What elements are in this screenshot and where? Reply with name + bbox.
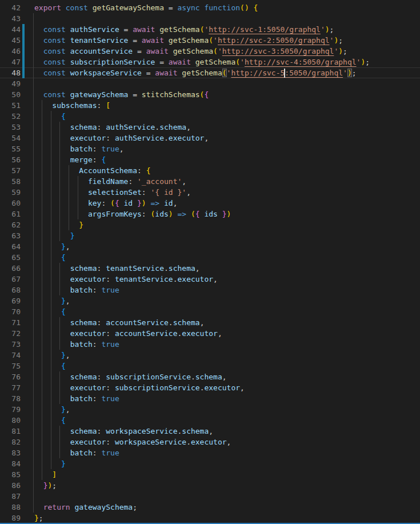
code-line[interactable]: 50 const gatewaySchema = stitchSchemas({ — [0, 89, 420, 100]
line-number[interactable]: 84 — [0, 458, 21, 469]
line-number[interactable]: 65 — [0, 252, 21, 263]
line-number[interactable]: 58 — [0, 176, 21, 187]
code-line[interactable]: 48 const workspaceService = await getSch… — [0, 67, 420, 78]
code-line[interactable]: 49 — [0, 78, 420, 89]
line-number[interactable]: 79 — [0, 404, 21, 415]
line-number[interactable]: 63 — [0, 230, 21, 241]
code-line[interactable]: 85 ] — [0, 469, 420, 480]
code-line[interactable]: 53 schema: authService.schema, — [0, 122, 420, 133]
line-number[interactable]: 44 — [0, 24, 21, 35]
code-line[interactable]: 66 schema: tenantService.schema, — [0, 263, 420, 274]
code-line[interactable]: 55 batch: true, — [0, 143, 420, 154]
line-number[interactable]: 54 — [0, 133, 21, 143]
code-line[interactable]: 62 } — [0, 219, 420, 230]
code-line[interactable]: 84 } — [0, 458, 420, 469]
code-line[interactable]: 78 batch: true — [0, 393, 420, 404]
code-line[interactable]: 87 — [0, 491, 420, 502]
line-number[interactable]: 62 — [0, 219, 21, 230]
code-line[interactable]: 71 schema: accountService.schema, — [0, 317, 420, 328]
code-line[interactable]: 72 executor: accountService.executor, — [0, 328, 420, 339]
code-line[interactable]: 42export const getGatewaySchema = async … — [0, 2, 420, 13]
line-number[interactable]: 88 — [0, 502, 21, 513]
line-number[interactable]: 76 — [0, 371, 21, 382]
code-line[interactable]: 77 executor: subscriptionService.executo… — [0, 382, 420, 393]
code-line[interactable]: 83 batch: true — [0, 447, 420, 458]
code-line[interactable]: 70 { — [0, 306, 420, 317]
code-line[interactable]: 65 { — [0, 252, 420, 263]
code-editor[interactable]: 42export const getGatewaySchema = async … — [0, 0, 420, 524]
line-number[interactable]: 43 — [0, 13, 21, 24]
line-number[interactable]: 66 — [0, 263, 21, 274]
line-number[interactable]: 82 — [0, 437, 21, 447]
line-number[interactable]: 59 — [0, 187, 21, 198]
line-number[interactable]: 87 — [0, 491, 21, 502]
line-number[interactable]: 64 — [0, 241, 21, 252]
line-number[interactable]: 73 — [0, 339, 21, 350]
line-number[interactable]: 51 — [0, 100, 21, 111]
line-number[interactable]: 86 — [0, 480, 21, 491]
line-number[interactable]: 85 — [0, 469, 21, 480]
code-line[interactable]: 63 } — [0, 230, 420, 241]
code-line[interactable]: 60 key: ({ id }) => id, — [0, 198, 420, 209]
code-line[interactable]: 46 const accountService = await getSchem… — [0, 46, 420, 57]
line-number[interactable]: 71 — [0, 317, 21, 328]
code-line[interactable]: 89}; — [0, 513, 420, 523]
line-number[interactable]: 78 — [0, 393, 21, 404]
code-text: batch: true — [34, 285, 420, 295]
code-line[interactable]: 54 executor: authService.executor, — [0, 133, 420, 143]
code-line[interactable]: 59 selectionSet: '{ id }', — [0, 187, 420, 198]
line-number[interactable]: 74 — [0, 350, 21, 361]
code-line[interactable]: 74 }, — [0, 350, 420, 361]
line-number[interactable]: 83 — [0, 447, 21, 458]
line-number[interactable]: 55 — [0, 143, 21, 154]
code-line[interactable]: 43 — [0, 13, 420, 24]
line-number[interactable]: 42 — [0, 2, 21, 13]
line-number[interactable]: 46 — [0, 46, 21, 57]
line-number[interactable]: 52 — [0, 111, 21, 122]
code-line[interactable]: 73 batch: true — [0, 339, 420, 350]
code-line[interactable]: 81 schema: workspaceService.schema, — [0, 426, 420, 437]
line-number[interactable]: 75 — [0, 361, 21, 371]
code-line[interactable]: 80 { — [0, 415, 420, 426]
line-number[interactable]: 68 — [0, 285, 21, 295]
line-number[interactable]: 47 — [0, 57, 21, 67]
line-number[interactable]: 81 — [0, 426, 21, 437]
code-line[interactable]: 45 const tenantService = await getSchema… — [0, 35, 420, 46]
line-number[interactable]: 56 — [0, 154, 21, 165]
code-line[interactable]: 69 }, — [0, 295, 420, 306]
code-line[interactable]: 57 AccountSchema: { — [0, 165, 420, 176]
line-number[interactable]: 48 — [0, 67, 21, 78]
code-line[interactable]: 52 { — [0, 111, 420, 122]
line-number[interactable]: 77 — [0, 382, 21, 393]
line-number[interactable]: 57 — [0, 165, 21, 176]
line-number[interactable]: 89 — [0, 513, 21, 523]
line-number[interactable]: 60 — [0, 198, 21, 209]
code-line[interactable]: 76 schema: subscriptionService.schema, — [0, 371, 420, 382]
line-number[interactable]: 69 — [0, 295, 21, 306]
code-line[interactable]: 47 const subscriptionService = await get… — [0, 57, 420, 67]
code-area[interactable]: 42export const getGatewaySchema = async … — [0, 2, 420, 523]
code-line[interactable]: 58 fieldName: '_account', — [0, 176, 420, 187]
code-line[interactable]: 86 }); — [0, 480, 420, 491]
line-number[interactable]: 45 — [0, 35, 21, 46]
code-line[interactable]: 79 }, — [0, 404, 420, 415]
code-line[interactable]: 88 return gatewaySchema; — [0, 502, 420, 513]
line-number[interactable]: 80 — [0, 415, 21, 426]
line-number[interactable]: 61 — [0, 209, 21, 219]
code-line[interactable]: 67 executor: tenantService.executor, — [0, 274, 420, 285]
code-line[interactable]: 82 executor: workspaceService.executor, — [0, 437, 420, 447]
code-line[interactable]: 61 argsFromKeys: (ids) => ({ ids }) — [0, 209, 420, 219]
line-number[interactable]: 70 — [0, 306, 21, 317]
code-line[interactable]: 68 batch: true — [0, 285, 420, 295]
code-line[interactable]: 56 merge: { — [0, 154, 420, 165]
line-number[interactable]: 49 — [0, 78, 21, 89]
code-line[interactable]: 75 { — [0, 361, 420, 371]
indent-guide — [51, 241, 51, 252]
line-number[interactable]: 53 — [0, 122, 21, 133]
line-number[interactable]: 72 — [0, 328, 21, 339]
code-line[interactable]: 64 }, — [0, 241, 420, 252]
code-line[interactable]: 51 subschemas: [ — [0, 100, 420, 111]
code-line[interactable]: 44 const authService = await getSchema('… — [0, 24, 420, 35]
line-number[interactable]: 67 — [0, 274, 21, 285]
line-number[interactable]: 50 — [0, 89, 21, 100]
